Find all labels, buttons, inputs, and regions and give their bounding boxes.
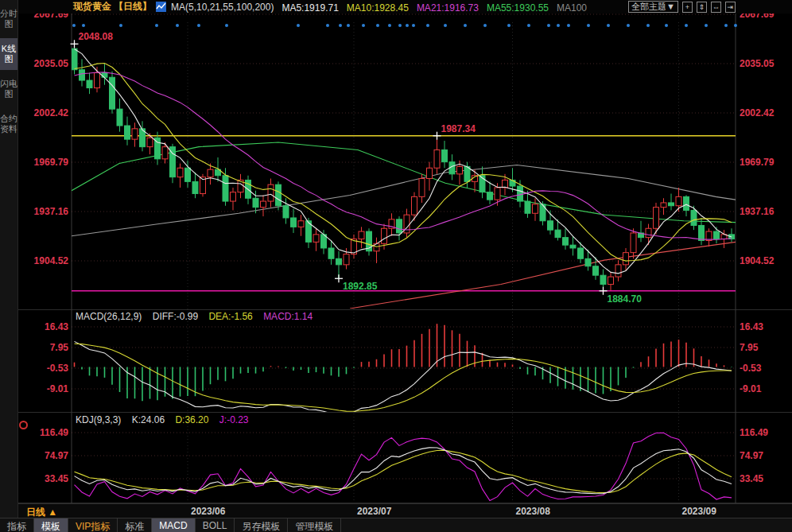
price-axis-label-left: 1937.16 <box>19 206 68 217</box>
macd-axis-label-left: -9.01 <box>19 383 68 394</box>
macd-diff-value: DIFF:-0.99 <box>153 311 198 322</box>
price-axis-label-right: 2035.05 <box>740 58 774 69</box>
price-annotation: 1987.34 <box>441 123 476 134</box>
kdj-axis-label-right: 33.45 <box>740 473 763 484</box>
tab-管理模板[interactable]: 管理模板 <box>288 518 341 532</box>
kdj-axis-label-left: 33.45 <box>19 473 68 484</box>
price-annotation: 1884.70 <box>608 293 642 305</box>
macd-axis-label-right: -0.53 <box>740 363 761 374</box>
macd-axis-label-right: -9.01 <box>740 383 761 394</box>
scale-x-icon[interactable]: ⇔ <box>711 2 721 13</box>
sidebar-item-3[interactable]: 合约资料 <box>0 108 17 140</box>
sidebar-item-2[interactable]: 闪电图 <box>0 73 17 105</box>
tab-标准[interactable]: 标准 <box>118 518 152 532</box>
ma-legend-item: MA21:1916.73 <box>417 2 479 14</box>
macd-axis-label-left: 16.43 <box>19 321 68 332</box>
tab-指标[interactable]: 指标 <box>0 518 34 532</box>
kdj-d-value: D:36.20 <box>175 414 208 425</box>
macd-dea-value: DEA:-1.56 <box>208 311 252 322</box>
time-axis-row: 日线 ▲ 2023/062023/072023/082023/09 <box>0 503 792 518</box>
date-label: 2023/07 <box>357 506 391 517</box>
scale-y-icon[interactable]: ⇕ <box>697 2 707 13</box>
price-axis-label-right: 1904.52 <box>740 255 774 266</box>
date-label: 2023/06 <box>191 506 225 517</box>
period-label: 【日线】 <box>114 0 152 14</box>
tab-模板[interactable]: 模板 <box>34 518 68 532</box>
price-axis-label-left: 1904.52 <box>19 255 68 266</box>
kdj-axis-label-right: 74.97 <box>740 450 763 461</box>
price-annotation: 1892.85 <box>343 281 377 292</box>
chart-canvas[interactable] <box>0 0 792 532</box>
kdj-axis-label-right: 116.49 <box>740 427 768 438</box>
tab-MACD[interactable]: MACD <box>152 518 195 532</box>
sidebar-item-1[interactable]: K线图 <box>0 38 17 70</box>
kline-app: { "header": { "symbol": "现货黄金", "period"… <box>0 0 792 532</box>
price-axis-label-left: 2002.42 <box>19 107 68 118</box>
tab-另存模板[interactable]: 另存模板 <box>235 518 288 532</box>
kdj-axis-label-left: 116.49 <box>19 427 68 438</box>
date-label: 2023/08 <box>516 506 550 517</box>
price-axis-label-left: 1969.79 <box>19 157 68 168</box>
sidebar-item-0[interactable]: 分时图 <box>0 3 17 35</box>
kdj-header: KDJ(9,3,3) K:24.06 D:36.20 J:-0.23 <box>76 414 256 425</box>
macd-axis-label-left: 7.95 <box>19 342 68 353</box>
macd-value: MACD:1.14 <box>263 311 313 322</box>
kdj-panel-marker-icon[interactable] <box>19 421 28 429</box>
ma-legend-item: MA55:1930.55 <box>487 2 549 14</box>
macd-header: MACD(26,12,9) DIFF:-0.99 DEA:-1.56 MACD:… <box>76 311 320 322</box>
symbol-name: 现货黄金 <box>73 0 111 14</box>
chart-icon <box>156 2 166 12</box>
move-icon[interactable]: + <box>682 2 693 13</box>
macd-axis-label-right: 16.43 <box>740 321 763 332</box>
tab-BOLL[interactable]: BOLL <box>196 518 235 532</box>
price-axis-label-left: 2035.05 <box>19 58 68 69</box>
kdj-axis-label-left: 74.97 <box>19 450 68 461</box>
kdj-j-value: J:-0.23 <box>219 414 249 425</box>
price-axis-label-right: 1937.16 <box>740 206 774 217</box>
macd-axis-label-left: -0.53 <box>19 363 68 374</box>
price-axis-label-right: 1969.79 <box>740 157 774 168</box>
ma-legend-item: MA10:1928.45 <box>347 2 409 14</box>
ma-params: MA(5,10,21,55,100,200) <box>171 2 274 13</box>
ma-legend: MA5:1919.71MA10:1928.45MA21:1916.73MA55:… <box>274 0 587 14</box>
macd-axis-label-right: 7.95 <box>740 342 758 353</box>
left-sidebar: 分时图K线图闪电图合约资料 <box>0 0 18 518</box>
ma-legend-item: MA100 <box>557 2 587 14</box>
price-axis-label-right: 2002.42 <box>740 107 774 118</box>
kdj-k-value: K:24.06 <box>132 414 165 425</box>
date-label: 2023/09 <box>682 506 716 517</box>
kdj-title: KDJ(9,3,3) <box>76 414 121 425</box>
ma-legend-item: MA5:1919.71 <box>281 2 338 14</box>
price-annotation: 2048.08 <box>79 31 113 42</box>
collapse-panel-icon[interactable]: ⇥ <box>725 2 736 13</box>
macd-title: MACD(26,12,9) <box>76 311 142 322</box>
theme-select-button[interactable]: 全部主题▼ <box>628 1 678 13</box>
bottom-tab-bar: 指标模板VIP指标标准MACDBOLL另存模板管理模板 <box>0 518 792 532</box>
top-toolbar: 全部主题▼ +⇕⇔⇥ <box>628 1 736 13</box>
tab-VIP指标[interactable]: VIP指标 <box>68 518 118 532</box>
